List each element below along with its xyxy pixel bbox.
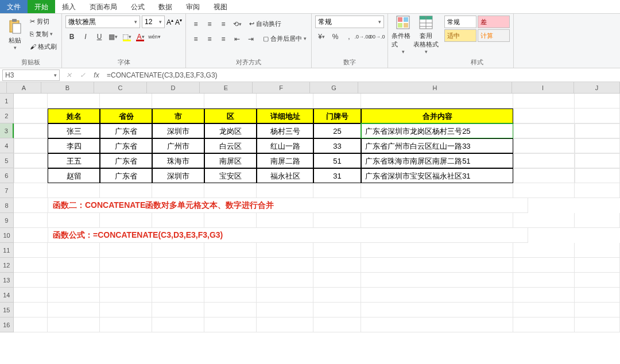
cell[interactable] <box>313 243 361 258</box>
header-cell-name[interactable]: 姓名 <box>48 109 100 123</box>
borders-button[interactable]: ▦▾ <box>107 30 119 43</box>
style-bad[interactable]: 差 <box>478 16 510 28</box>
bold-button[interactable]: B <box>65 30 78 43</box>
cell[interactable] <box>575 183 620 198</box>
cell[interactable]: 杨村三号 <box>257 123 313 138</box>
row-header-5[interactable]: 5 <box>0 153 14 168</box>
col-header-B[interactable]: B <box>41 82 94 94</box>
cell[interactable] <box>313 317 361 332</box>
cell[interactable]: 51 <box>313 153 361 168</box>
row-header-15[interactable]: 15 <box>0 303 14 317</box>
select-all-corner[interactable] <box>0 82 7 94</box>
cell[interactable] <box>152 273 204 288</box>
col-header-G[interactable]: G <box>310 82 358 94</box>
row-header-8[interactable]: 8 <box>0 198 14 213</box>
number-format-select[interactable]: 常规▾ <box>315 16 384 28</box>
cell[interactable] <box>513 258 575 273</box>
cell[interactable] <box>575 138 620 153</box>
cell[interactable] <box>48 258 100 273</box>
row-header-2[interactable]: 2 <box>0 109 14 123</box>
col-header-H[interactable]: H <box>358 82 512 94</box>
italic-button[interactable]: I <box>79 30 92 43</box>
cell[interactable] <box>513 303 575 317</box>
cell[interactable]: 南屏二路 <box>257 153 313 168</box>
cell[interactable] <box>313 183 361 198</box>
col-header-A[interactable]: A <box>7 82 41 94</box>
cell[interactable] <box>14 273 48 288</box>
cell[interactable] <box>257 317 313 332</box>
cell[interactable] <box>204 94 257 109</box>
cell[interactable] <box>513 288 575 303</box>
cell[interactable] <box>14 153 48 168</box>
cell[interactable] <box>575 303 620 317</box>
cancel-formula-button[interactable]: ✕ <box>62 71 76 79</box>
cell[interactable] <box>257 213 313 228</box>
row-header-1[interactable]: 1 <box>0 94 14 109</box>
phonetic-button[interactable]: wén▾ <box>148 30 161 43</box>
cell[interactable]: 广东省深圳市宝安区福永社区31 <box>361 168 513 183</box>
cell[interactable] <box>513 153 575 168</box>
cell[interactable]: 25 <box>313 123 361 138</box>
cell[interactable] <box>313 258 361 273</box>
cell[interactable] <box>100 273 152 288</box>
col-header-C[interactable]: C <box>94 82 147 94</box>
tab-data[interactable]: 数据 <box>152 0 179 13</box>
enter-formula-button[interactable]: ✓ <box>76 71 90 79</box>
style-mid[interactable]: 适中 <box>444 29 476 42</box>
cell[interactable]: 广东省珠海市南屏区南屏二路51 <box>361 153 513 168</box>
cell[interactable] <box>100 243 152 258</box>
cell[interactable] <box>48 213 100 228</box>
cell[interactable] <box>575 109 620 123</box>
cell[interactable] <box>361 94 513 109</box>
cell[interactable] <box>513 273 575 288</box>
cell[interactable]: 白云区 <box>204 138 257 153</box>
cell[interactable] <box>313 94 361 109</box>
tab-insert[interactable]: 插入 <box>55 0 83 13</box>
align-right-button[interactable]: ≡ <box>217 33 230 45</box>
cell[interactable] <box>14 258 48 273</box>
cell[interactable] <box>313 213 361 228</box>
cell[interactable] <box>313 303 361 317</box>
fill-color-button[interactable]: ⬚▾ <box>121 30 133 43</box>
cell[interactable] <box>513 109 575 123</box>
cell[interactable] <box>204 317 257 332</box>
cell[interactable] <box>100 317 152 332</box>
cell[interactable] <box>152 94 204 109</box>
cell[interactable] <box>14 109 48 123</box>
cell[interactable] <box>48 243 100 258</box>
cell[interactable] <box>14 213 48 228</box>
header-cell-address[interactable]: 详细地址 <box>257 109 313 123</box>
cell[interactable] <box>14 303 48 317</box>
tab-file[interactable]: 文件 <box>0 0 28 13</box>
cell[interactable] <box>152 303 204 317</box>
col-header-J[interactable]: J <box>574 82 620 94</box>
cell[interactable] <box>313 288 361 303</box>
cell[interactable] <box>204 303 257 317</box>
row-header-13[interactable]: 13 <box>0 273 14 288</box>
style-calc[interactable]: 计算 <box>478 29 510 42</box>
cell[interactable] <box>14 138 48 153</box>
cell[interactable] <box>48 183 100 198</box>
cell[interactable] <box>14 243 48 258</box>
cell[interactable] <box>575 94 620 109</box>
cell[interactable] <box>100 94 152 109</box>
cell[interactable] <box>575 258 620 273</box>
header-cell-door[interactable]: 门牌号 <box>313 109 361 123</box>
font-color-button[interactable]: A▾ <box>134 30 147 43</box>
header-cell-merged[interactable]: 合并内容 <box>361 109 513 123</box>
cell[interactable] <box>152 243 204 258</box>
percent-button[interactable]: % <box>329 30 342 43</box>
cell[interactable] <box>48 94 100 109</box>
cell[interactable] <box>361 317 513 332</box>
cell[interactable] <box>361 243 513 258</box>
cell[interactable] <box>48 317 100 332</box>
cell[interactable]: 深圳市 <box>152 123 204 138</box>
cell-H3-selected[interactable]: 广东省深圳市龙岗区杨村三号25 <box>361 123 513 138</box>
cell[interactable] <box>14 94 48 109</box>
cell[interactable] <box>575 153 620 168</box>
cell[interactable]: 31 <box>313 168 361 183</box>
cell[interactable] <box>152 258 204 273</box>
cell[interactable] <box>575 317 620 332</box>
cell[interactable] <box>361 183 513 198</box>
row-header-3[interactable]: 3 <box>0 123 14 138</box>
